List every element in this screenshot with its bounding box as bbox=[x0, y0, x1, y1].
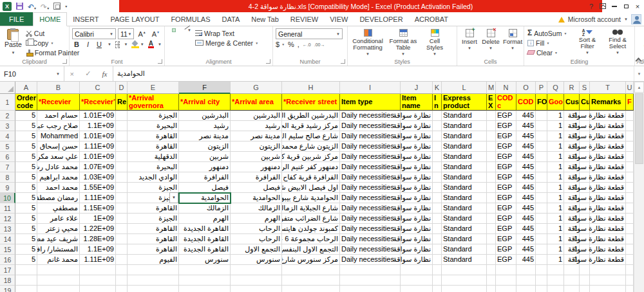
grid-cell[interactable] bbox=[564, 286, 580, 292]
grid-cell[interactable] bbox=[487, 141, 496, 152]
grid-cell[interactable]: Daily necessities bbox=[340, 255, 401, 265]
grid-cell[interactable] bbox=[80, 286, 116, 292]
grid-cell[interactable]: صلاح رجب عبود bbox=[37, 121, 80, 131]
grid-cell[interactable] bbox=[37, 265, 80, 275]
grid-cell[interactable]: Daily necessities bbox=[340, 152, 401, 162]
grid-cell[interactable]: شريف عيد مصده bbox=[37, 234, 80, 244]
confirm-entry-icon[interactable]: ✓ bbox=[85, 69, 91, 78]
grid-cell[interactable] bbox=[442, 265, 487, 275]
grid-cell[interactable]: نظارة سواقة bbox=[401, 193, 433, 203]
grid-cell[interactable] bbox=[536, 265, 547, 275]
column-header-I[interactable]: I bbox=[340, 82, 401, 94]
decrease-indent-icon[interactable] bbox=[182, 33, 186, 37]
grid-cell[interactable]: 445 bbox=[516, 162, 536, 172]
row-header-15[interactable]: 15 bbox=[0, 244, 15, 255]
grid-cell[interactable] bbox=[626, 203, 634, 214]
grid-cell[interactable]: 1 bbox=[547, 152, 564, 162]
fill-color-icon[interactable] bbox=[131, 41, 136, 48]
grid-cell[interactable] bbox=[536, 172, 547, 183]
align-top-icon[interactable] bbox=[167, 28, 171, 32]
format-as-table-button[interactable]: Format as Table▼ bbox=[386, 27, 421, 57]
align-left-icon[interactable] bbox=[167, 33, 171, 37]
grid-cell[interactable]: الرحاب bbox=[231, 234, 282, 244]
redo-icon[interactable]: ↷▾ bbox=[41, 1, 49, 12]
grid-cell[interactable] bbox=[536, 183, 547, 193]
underline-button[interactable]: U bbox=[95, 41, 104, 48]
grid-cell[interactable]: قطعة نظارة سواقة bbox=[590, 111, 626, 121]
grid-cell[interactable] bbox=[116, 152, 128, 162]
save-icon[interactable] bbox=[16, 3, 23, 10]
grid-cell[interactable]: 1 bbox=[547, 244, 564, 255]
grid-cell[interactable] bbox=[536, 255, 547, 265]
grid-cell[interactable]: EGP bbox=[496, 255, 516, 265]
increase-font-icon[interactable]: A bbox=[136, 30, 147, 38]
grid-cell[interactable]: 445 bbox=[516, 152, 536, 162]
grid-cell[interactable] bbox=[536, 286, 547, 292]
grid-cell[interactable] bbox=[128, 265, 179, 275]
grid-cell[interactable]: الحوامدية bbox=[231, 193, 282, 203]
grid-cell[interactable]: Standard bbox=[442, 111, 487, 121]
grid-cell[interactable]: Standard bbox=[442, 121, 487, 131]
grid-cell[interactable]: 445 bbox=[516, 183, 536, 193]
grid-cell[interactable]: Daily necessities bbox=[340, 244, 401, 255]
grid-cell[interactable] bbox=[487, 193, 496, 203]
align-middle-icon[interactable] bbox=[172, 28, 176, 32]
grid-cell[interactable]: 1 bbox=[547, 172, 564, 183]
conditional-formatting-button[interactable]: Conditional Formatting▼ bbox=[350, 27, 386, 57]
grid-cell[interactable]: الفرافرة bbox=[179, 172, 231, 183]
grid-cell[interactable] bbox=[536, 131, 547, 141]
field-header-A[interactable]: Order code bbox=[15, 94, 37, 111]
grid-cell[interactable]: Standard bbox=[442, 214, 487, 224]
grid-cell[interactable]: القاهرة bbox=[128, 234, 179, 244]
row-header-3[interactable]: 3 bbox=[0, 121, 15, 131]
grid-cell[interactable]: نظارة سواقة bbox=[401, 152, 433, 162]
grid-cell[interactable]: 1.55E+09 bbox=[80, 183, 116, 193]
field-header-J[interactable]: Item name bbox=[401, 94, 433, 111]
dialog-launcher-icon[interactable] bbox=[158, 59, 162, 64]
grid-cell[interactable] bbox=[590, 275, 626, 286]
grid-cell[interactable]: Daily necessities bbox=[340, 183, 401, 193]
close-icon[interactable]: × bbox=[632, 1, 643, 12]
grid-cell[interactable]: نظارة سواقة bbox=[401, 183, 433, 193]
grid-cell[interactable]: Daily necessities bbox=[340, 131, 401, 141]
grid-cell[interactable]: الجيزة bbox=[128, 214, 179, 224]
grid-cell[interactable]: 445 bbox=[516, 214, 536, 224]
grid-cell[interactable] bbox=[487, 111, 496, 121]
grid-cell[interactable]: 445 bbox=[516, 244, 536, 255]
grid-cell[interactable]: الزمالك bbox=[231, 203, 282, 214]
align-bottom-icon[interactable] bbox=[177, 28, 181, 32]
column-header-R[interactable]: R bbox=[564, 82, 580, 94]
grid-cell[interactable] bbox=[626, 286, 634, 292]
grid-cell[interactable]: نظارة سواقة bbox=[401, 162, 433, 172]
grid-cell[interactable] bbox=[536, 203, 547, 214]
tab-insert[interactable]: INSERT bbox=[67, 12, 104, 26]
grid-cell[interactable]: شارع الضرائب متفرع م bbox=[282, 214, 340, 224]
row-header-12[interactable]: 12 bbox=[0, 214, 15, 224]
grid-cell[interactable]: Daily necessities bbox=[340, 193, 401, 203]
tab-acrobat[interactable]: ACROBAT bbox=[409, 12, 454, 26]
orientation-icon[interactable] bbox=[182, 28, 186, 32]
grid-cell[interactable]: 1 bbox=[547, 193, 564, 203]
grid-cell[interactable]: 1 bbox=[547, 131, 564, 141]
grid-cell[interactable] bbox=[626, 255, 634, 265]
grid-cell[interactable]: Daily necessities bbox=[340, 214, 401, 224]
grid-cell[interactable] bbox=[487, 265, 496, 275]
grid-cell[interactable]: 5 bbox=[15, 121, 37, 131]
grid-cell[interactable] bbox=[116, 131, 128, 141]
tab-formulas[interactable]: FORMULAS bbox=[165, 12, 216, 26]
grid-cell[interactable]: EGP bbox=[496, 131, 516, 141]
dialog-launcher-icon[interactable] bbox=[266, 59, 270, 64]
row-header-14[interactable]: 14 bbox=[0, 234, 15, 244]
field-header-C[interactable]: *Recevier's bbox=[80, 94, 116, 111]
grid-cell[interactable]: مركز سنورس شارع مج bbox=[282, 255, 340, 265]
grid-cell[interactable]: 5 bbox=[15, 255, 37, 265]
grid-cell[interactable]: 1 bbox=[547, 162, 564, 172]
grid-cell[interactable]: Standard bbox=[442, 193, 487, 203]
grid-cell[interactable]: الهرم bbox=[231, 214, 282, 224]
grid-cell[interactable]: EGP bbox=[496, 183, 516, 193]
grid-cell[interactable] bbox=[442, 286, 487, 292]
insert-function-icon[interactable]: fx bbox=[102, 70, 107, 78]
grid-cell[interactable] bbox=[536, 193, 547, 203]
grid-cell[interactable]: Daily necessities bbox=[340, 172, 401, 183]
expand-formula-bar-icon[interactable]: ▼ bbox=[634, 66, 644, 81]
